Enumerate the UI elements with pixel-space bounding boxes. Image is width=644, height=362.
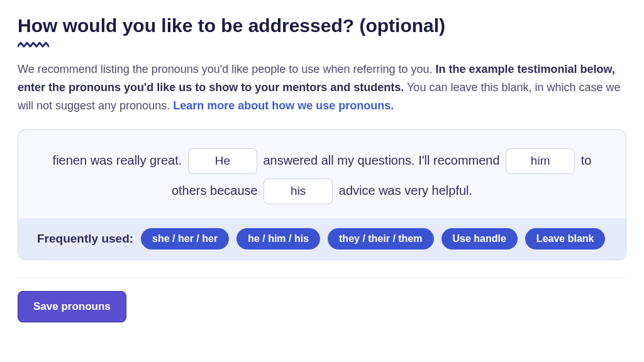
pronoun-object-input[interactable] [506,148,575,174]
pronoun-option-she[interactable]: she / her / her [141,228,229,250]
testimonial-part1: fienen was really great. [53,153,182,167]
pronoun-option-handle[interactable]: Use handle [441,228,518,250]
testimonial-box: fienen was really great. answered all my… [18,129,626,260]
pronoun-possessive-input[interactable] [264,178,333,204]
learn-more-link[interactable]: Learn more about how we use pronouns. [173,99,394,112]
page-title: How would you like to be addressed? (opt… [18,15,626,36]
testimonial-body: fienen was really great. answered all my… [18,130,626,218]
pronoun-option-they[interactable]: they / their / them [328,228,433,250]
frequently-used-row: Frequently used: she / her / her he / hi… [18,218,626,260]
section-divider [18,278,626,278]
pronoun-option-he[interactable]: he / him / his [236,228,320,250]
pronoun-subject-input[interactable] [188,148,257,174]
testimonial-part4: advice was very helpful. [339,184,472,197]
description-text: We recommend listing the pronouns you'd … [18,60,626,114]
pronoun-option-blank[interactable]: Leave blank [525,228,606,250]
description-intro: We recommend listing the pronouns you'd … [18,63,435,75]
zigzag-underline [18,41,626,48]
frequently-used-label: Frequently used: [37,232,133,246]
testimonial-part2: answered all my questions. I'll recommen… [263,153,499,167]
save-pronouns-button[interactable]: Save pronouns [18,291,126,322]
